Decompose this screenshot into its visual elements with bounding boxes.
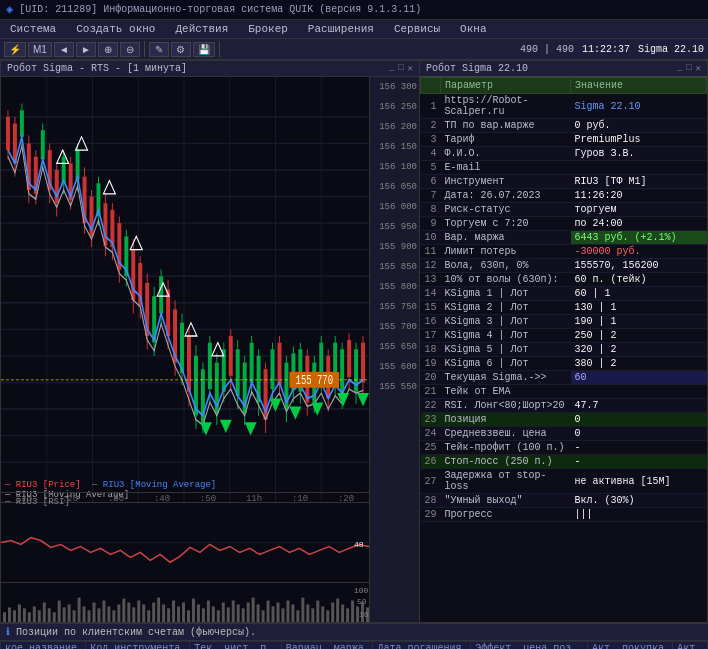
table-row-num: 9 <box>421 217 441 231</box>
chart-close[interactable]: ✕ <box>408 63 413 74</box>
toolbar-zoom-in[interactable]: ⊕ <box>98 42 118 57</box>
table-row-param: E-mail <box>441 161 571 175</box>
menu-broker[interactable]: Брокер <box>238 21 298 37</box>
menu-extensions[interactable]: Расширения <box>298 21 384 37</box>
svg-text:50: 50 <box>357 598 367 607</box>
bt-col-buy: Акт. покупка <box>587 642 672 650</box>
chart-minimize[interactable]: _ <box>389 63 394 74</box>
table-row-num: 17 <box>421 329 441 343</box>
table-row-num: 3 <box>421 133 441 147</box>
toolbar: ⚡ M1 ◄ ► ⊕ ⊖ ✎ ⚙ 💾 490 | 490 11:22:37 Si… <box>0 39 708 60</box>
toolbar-draw[interactable]: ✎ <box>149 42 169 57</box>
toolbar-sep-1 <box>144 41 145 57</box>
bt-col-price: Тек. чист. п. <box>190 642 282 650</box>
svg-rect-241 <box>212 606 215 622</box>
table-row-num: 7 <box>421 189 441 203</box>
svg-rect-221 <box>112 610 115 622</box>
table-row-num: 4 <box>421 147 441 161</box>
svg-marker-188 <box>289 406 301 419</box>
svg-marker-180 <box>130 236 142 249</box>
price-chart[interactable]: 155 770 <box>1 77 369 502</box>
svg-rect-168 <box>347 340 351 377</box>
table-row-param: Тейк-профит (100 п.) <box>441 441 571 455</box>
table-row-value: 60 п. (тейк) <box>571 273 707 287</box>
robot-close[interactable]: ✕ <box>696 63 701 74</box>
toolbar-timeframe[interactable]: M1 <box>28 42 52 57</box>
svg-rect-203 <box>23 608 26 622</box>
vol-panel[interactable]: 100 50 16 <box>1 582 369 622</box>
table-row-num: 20 <box>421 371 441 385</box>
svg-rect-224 <box>127 603 130 623</box>
legend-ma1-label: — <box>92 480 103 490</box>
table-row-value: - <box>571 441 707 455</box>
table-row-num: 22 <box>421 399 441 413</box>
menu-actions[interactable]: Действия <box>165 21 238 37</box>
menu-windows[interactable]: Окна <box>450 21 496 37</box>
table-row-num: 16 <box>421 315 441 329</box>
table-row-value <box>571 385 707 399</box>
table-row-num: 23 <box>421 413 441 427</box>
bt-col-act: Акт. <box>673 642 708 650</box>
table-row-num: 15 <box>421 301 441 315</box>
svg-marker-186 <box>245 422 257 435</box>
menu-services[interactable]: Сервисы <box>384 21 450 37</box>
toolbar-settings[interactable]: ⚙ <box>171 42 191 57</box>
menu-create-window[interactable]: Создать окно <box>66 21 165 37</box>
table-row-param: Дата: 26.07.2023 <box>441 189 571 203</box>
toolbar-zoom-out[interactable]: ⊖ <box>120 42 140 57</box>
svg-rect-248 <box>247 603 250 623</box>
table-row-param: Лимит потерь <box>441 245 571 259</box>
svg-rect-262 <box>316 601 319 622</box>
svg-rect-228 <box>147 610 150 622</box>
svg-rect-117 <box>229 336 233 376</box>
svg-rect-258 <box>296 610 299 622</box>
menu-sistema[interactable]: Система <box>0 21 66 37</box>
table-row-num: 25 <box>421 441 441 455</box>
table-row-value: RIU3 [ТФ M1] <box>571 175 707 189</box>
svg-rect-87 <box>159 276 163 313</box>
robot-table-container[interactable]: Параметр Значение 1 https://Robot-Scalpe… <box>420 77 707 622</box>
table-row-param: ТП по вар.марже <box>441 119 571 133</box>
svg-rect-240 <box>207 601 210 622</box>
osc-panel[interactable]: 48 <box>1 502 369 582</box>
svg-rect-75 <box>131 250 135 300</box>
table-row-num: 24 <box>421 427 441 441</box>
table-row-num: 14 <box>421 287 441 301</box>
robot-title-bar: Робот Sigma 22.10 _ □ ✕ <box>420 61 707 77</box>
svg-rect-206 <box>38 610 41 622</box>
table-row-value: - <box>571 455 707 469</box>
svg-rect-253 <box>272 606 275 622</box>
table-row-value: 47.7 <box>571 399 707 413</box>
table-row-param: KSigma 6 | Лот <box>441 357 571 371</box>
svg-rect-266 <box>336 599 339 622</box>
robot-window-controls: _ □ ✕ <box>677 63 701 74</box>
toolbar-save[interactable]: 💾 <box>193 42 215 57</box>
col-num <box>421 78 441 94</box>
table-row-value: не активна [15M] <box>571 469 707 494</box>
table-row-value: 380 | 2 <box>571 357 707 371</box>
robot-maximize[interactable]: □ <box>686 63 691 74</box>
col-value: Значение <box>571 78 707 94</box>
status-icon: ℹ <box>6 626 10 638</box>
toolbar-btn-0[interactable]: ⚡ <box>4 42 26 57</box>
status-text: Позиции по клиентским счетам (фьючерсы). <box>16 627 256 638</box>
table-row-value: 190 | 1 <box>571 315 707 329</box>
svg-text:48: 48 <box>354 540 364 549</box>
toolbar-right[interactable]: ► <box>76 42 96 57</box>
toolbar-info: 490 | 490 11:22:37 Sigma 22.10 <box>520 44 704 55</box>
table-row-num: 5 <box>421 161 441 175</box>
svg-rect-216 <box>88 610 91 622</box>
robot-minimize[interactable]: _ <box>677 63 682 74</box>
table-row-param: RSI. Лонг<80;Шорт>20 <box>441 399 571 413</box>
toolbar-left[interactable]: ◄ <box>54 42 74 57</box>
bt-col-name: кое название <box>1 642 86 650</box>
chart-maximize[interactable]: □ <box>398 63 403 74</box>
table-row-param: Позиция <box>441 413 571 427</box>
table-row-param: Прогресс <box>441 508 571 522</box>
svg-rect-209 <box>53 612 56 622</box>
svg-rect-227 <box>142 604 145 622</box>
svg-rect-199 <box>3 612 6 622</box>
table-row-param: Тейк от EMA <box>441 385 571 399</box>
main-content: Робот Sigma - RTS - [1 минута] _ □ ✕ <box>0 60 708 623</box>
chart-area[interactable]: 155 770 156 300 156 250 156 200 156 150 … <box>1 77 419 622</box>
